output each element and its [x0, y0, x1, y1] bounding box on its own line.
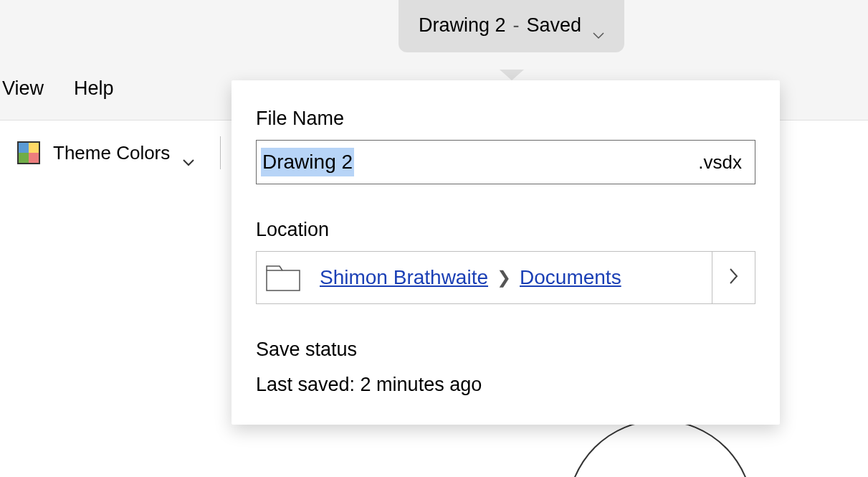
theme-colors-label: Theme Colors [53, 142, 170, 164]
folder-icon [265, 263, 301, 292]
toolbar: Theme Colors ▭▭ [17, 136, 249, 169]
tab-help[interactable]: Help [74, 77, 114, 100]
save-status-value: Last saved: 2 minutes ago [256, 374, 755, 396]
title-separator: - [513, 14, 520, 37]
file-extension: .vsdx [698, 151, 742, 174]
chevron-right-icon [728, 267, 740, 288]
chevron-right-icon: ❯ [497, 268, 511, 288]
location-expand-button[interactable] [712, 251, 755, 304]
filename-label: File Name [256, 108, 755, 130]
location-breadcrumb-container[interactable]: Shimon Brathwaite ❯ Documents [256, 251, 712, 304]
popover-pointer [500, 70, 524, 80]
location-label: Location [256, 219, 755, 241]
breadcrumb-owner-link[interactable]: Shimon Brathwaite [320, 266, 488, 289]
filename-field[interactable]: Drawing 2 .vsdx [256, 140, 755, 184]
location-row: Shimon Brathwaite ❯ Documents [256, 251, 755, 304]
chevron-down-icon [593, 22, 604, 29]
chevron-down-icon [183, 149, 194, 156]
theme-colors-icon [17, 141, 40, 164]
toolbar-divider [220, 136, 221, 169]
theme-colors-button[interactable]: Theme Colors [53, 142, 194, 164]
save-status-label: Save status [256, 339, 755, 361]
title-dropdown[interactable]: Drawing 2 - Saved [399, 0, 624, 52]
document-title: Drawing 2 [419, 14, 506, 37]
title-save-status: Saved [527, 14, 582, 37]
file-info-popover: File Name Drawing 2 .vsdx Location Shimo… [232, 80, 780, 425]
ribbon-tabs: View Help [2, 77, 114, 100]
breadcrumb-folder-link[interactable]: Documents [520, 266, 621, 289]
ellipse-shape[interactable] [567, 420, 753, 477]
filename-input[interactable]: Drawing 2 [261, 148, 354, 176]
tab-view[interactable]: View [2, 77, 44, 100]
breadcrumb: Shimon Brathwaite ❯ Documents [320, 266, 621, 289]
